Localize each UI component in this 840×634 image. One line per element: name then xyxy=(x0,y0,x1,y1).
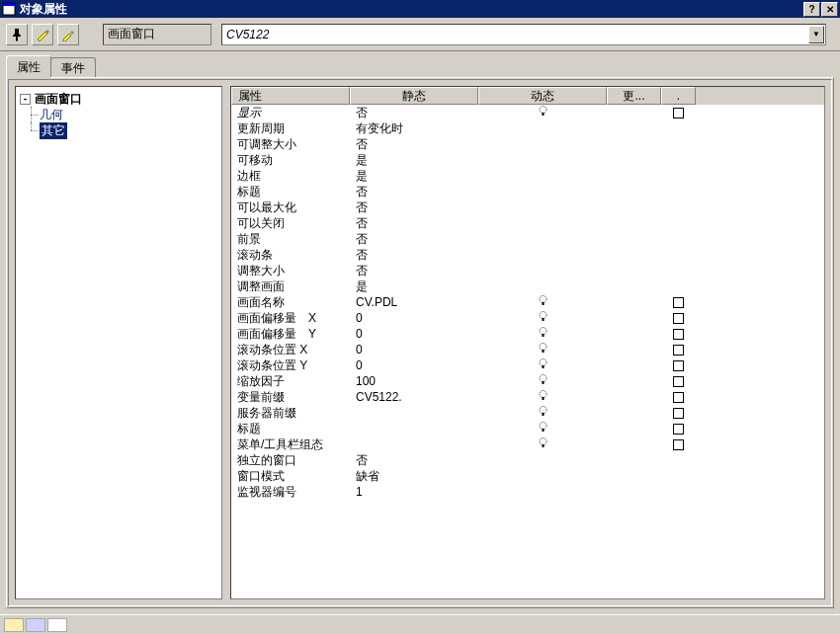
indirect-checkbox[interactable] xyxy=(673,329,684,340)
property-static-value[interactable]: 100 xyxy=(350,373,478,389)
header-dynamic[interactable]: 动态 xyxy=(478,87,607,105)
property-indirect-cell[interactable] xyxy=(661,373,696,389)
tree-item-geometry[interactable]: 几何 xyxy=(40,107,217,122)
property-row[interactable]: 可以关闭否 xyxy=(231,215,824,231)
help-button[interactable]: ? xyxy=(803,2,820,17)
property-indirect-cell[interactable] xyxy=(661,168,696,184)
property-row[interactable]: 更新周期有变化时 xyxy=(231,120,824,136)
tree-item-misc[interactable]: 其它 xyxy=(40,122,217,138)
property-dynamic-cell[interactable] xyxy=(478,263,607,278)
property-update-cell[interactable] xyxy=(607,199,661,215)
property-update-cell[interactable] xyxy=(607,310,661,326)
property-static-value[interactable]: 是 xyxy=(350,168,478,184)
property-dynamic-cell[interactable] xyxy=(478,468,607,484)
property-dynamic-cell[interactable] xyxy=(478,168,607,184)
property-indirect-cell[interactable] xyxy=(661,405,696,421)
property-row[interactable]: 独立的窗口否 xyxy=(231,452,824,468)
property-row[interactable]: 调整大小否 xyxy=(231,263,824,278)
property-static-value[interactable]: 否 xyxy=(350,452,478,468)
property-dynamic-cell[interactable] xyxy=(478,310,607,326)
property-indirect-cell[interactable] xyxy=(661,389,696,405)
property-update-cell[interactable] xyxy=(607,326,661,342)
property-indirect-cell[interactable] xyxy=(661,199,696,215)
property-static-value[interactable] xyxy=(350,436,478,452)
property-update-cell[interactable] xyxy=(607,357,661,373)
property-static-value[interactable] xyxy=(350,405,478,421)
property-indirect-cell[interactable] xyxy=(661,342,696,357)
property-dynamic-cell[interactable] xyxy=(478,184,607,199)
property-update-cell[interactable] xyxy=(607,120,661,136)
taskbar-item[interactable] xyxy=(4,618,24,632)
property-update-cell[interactable] xyxy=(607,468,661,484)
property-indirect-cell[interactable] xyxy=(661,263,696,278)
property-update-cell[interactable] xyxy=(607,278,661,294)
property-indirect-cell[interactable] xyxy=(661,310,696,326)
indirect-checkbox[interactable] xyxy=(673,360,684,371)
tree-root[interactable]: - 画面窗口 xyxy=(20,91,217,107)
indirect-checkbox[interactable] xyxy=(673,297,684,308)
property-row[interactable]: 滚动条位置 Y0 xyxy=(231,357,824,373)
property-static-value[interactable]: 有变化时 xyxy=(350,120,478,136)
property-static-value[interactable]: 否 xyxy=(350,263,478,278)
collapse-icon[interactable]: - xyxy=(20,94,31,105)
property-indirect-cell[interactable] xyxy=(661,452,696,468)
property-row[interactable]: 可以最大化否 xyxy=(231,199,824,215)
property-dynamic-cell[interactable] xyxy=(478,231,607,247)
property-row[interactable]: 标题 xyxy=(231,421,824,436)
property-row[interactable]: 可调整大小否 xyxy=(231,136,824,152)
property-dynamic-cell[interactable] xyxy=(478,120,607,136)
property-dynamic-cell[interactable] xyxy=(478,199,607,215)
category-tree[interactable]: - 画面窗口 几何 其它 xyxy=(15,86,222,599)
property-static-value[interactable]: 是 xyxy=(350,278,478,294)
edit-button[interactable] xyxy=(57,24,79,45)
property-dynamic-cell[interactable] xyxy=(478,294,607,310)
property-row[interactable]: 边框是 xyxy=(231,168,824,184)
taskbar-item[interactable] xyxy=(47,618,67,632)
property-static-value[interactable]: 否 xyxy=(350,247,478,263)
indirect-checkbox[interactable] xyxy=(673,424,684,435)
indirect-checkbox[interactable] xyxy=(673,108,684,119)
property-static-value[interactable]: 0 xyxy=(350,310,478,326)
property-static-value[interactable]: CV.PDL xyxy=(350,294,478,310)
property-static-value[interactable]: 否 xyxy=(350,199,478,215)
property-static-value[interactable]: 0 xyxy=(350,342,478,357)
property-dynamic-cell[interactable] xyxy=(478,405,607,421)
property-row[interactable]: 画面偏移量 Y0 xyxy=(231,326,824,342)
property-row[interactable]: 菜单/工具栏组态 xyxy=(231,436,824,452)
close-button[interactable]: ✕ xyxy=(821,2,838,17)
property-indirect-cell[interactable] xyxy=(661,152,696,168)
property-indirect-cell[interactable] xyxy=(661,105,696,120)
property-indirect-cell[interactable] xyxy=(661,215,696,231)
property-dynamic-cell[interactable] xyxy=(478,357,607,373)
property-indirect-cell[interactable] xyxy=(661,136,696,152)
property-indirect-cell[interactable] xyxy=(661,468,696,484)
property-update-cell[interactable] xyxy=(607,184,661,199)
pin-button[interactable] xyxy=(6,24,28,45)
property-static-value[interactable]: 否 xyxy=(350,105,478,120)
indirect-checkbox[interactable] xyxy=(673,439,684,450)
property-dynamic-cell[interactable] xyxy=(478,136,607,152)
property-static-value[interactable]: 否 xyxy=(350,231,478,247)
property-dynamic-cell[interactable] xyxy=(478,342,607,357)
header-update[interactable]: 更... xyxy=(607,87,661,105)
property-row[interactable]: 服务器前缀 xyxy=(231,405,824,421)
property-row[interactable]: 调整画面是 xyxy=(231,278,824,294)
property-update-cell[interactable] xyxy=(607,294,661,310)
property-static-value[interactable]: 否 xyxy=(350,215,478,231)
property-update-cell[interactable] xyxy=(607,342,661,357)
property-indirect-cell[interactable] xyxy=(661,484,696,500)
property-indirect-cell[interactable] xyxy=(661,326,696,342)
dropdown-arrow-icon[interactable]: ▼ xyxy=(808,26,824,43)
property-row[interactable]: 滚动条否 xyxy=(231,247,824,263)
tab-events[interactable]: 事件 xyxy=(50,57,96,77)
property-dynamic-cell[interactable] xyxy=(478,421,607,436)
property-dynamic-cell[interactable] xyxy=(478,152,607,168)
property-indirect-cell[interactable] xyxy=(661,294,696,310)
property-indirect-cell[interactable] xyxy=(661,357,696,373)
property-dynamic-cell[interactable] xyxy=(478,215,607,231)
property-row[interactable]: 画面偏移量 X0 xyxy=(231,310,824,326)
pick-button[interactable] xyxy=(32,24,53,45)
property-dynamic-cell[interactable] xyxy=(478,436,607,452)
property-static-value[interactable]: CV5122. xyxy=(350,389,478,405)
property-dynamic-cell[interactable] xyxy=(478,373,607,389)
